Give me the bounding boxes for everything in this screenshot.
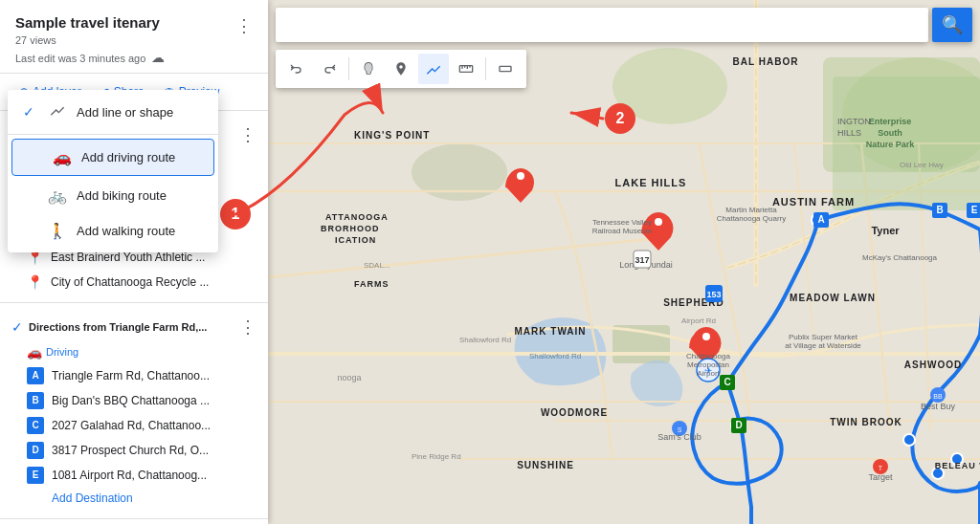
svg-text:nooga: nooga: [337, 373, 361, 382]
svg-text:at Village at Waterside: at Village at Waterside: [785, 341, 861, 350]
svg-text:153: 153: [706, 290, 721, 299]
section-random-places-menu[interactable]: ⋮: [235, 122, 260, 147]
svg-point-23: [903, 434, 915, 446]
svg-text:Shallowford Rd: Shallowford Rd: [529, 352, 581, 360]
svg-text:TWIN BROOK: TWIN BROOK: [830, 417, 902, 427]
svg-text:INGTON: INGTON: [837, 117, 871, 126]
svg-point-90: [517, 172, 524, 180]
stop-name: Big Dan's BBQ Chattanooga ...: [52, 394, 210, 407]
dropdown-item-biking[interactable]: 🚲 Add biking route: [8, 178, 218, 213]
section-directions: ✓ Directions from Triangle Farm Rd,... ⋮…: [0, 303, 268, 519]
stop-name: 2027 Galahad Rd, Chattanoo...: [52, 419, 211, 432]
svg-text:BRORHOOD: BRORHOOD: [321, 224, 380, 233]
toolbar-divider: [348, 57, 349, 80]
annotation-circle-1: 1: [220, 199, 251, 229]
dropdown-item-driving[interactable]: 🚗 Add driving route: [11, 139, 214, 176]
sidebar-views: 27 views: [15, 34, 165, 46]
hand-tool-button[interactable]: [353, 54, 384, 84]
stop-name: 1081 Airport Rd, Chattanoog...: [52, 469, 207, 482]
svg-text:BB: BB: [933, 393, 943, 400]
svg-text:Target: Target: [868, 472, 893, 482]
stop-badge-a: A: [27, 367, 44, 384]
svg-text:Sam's Club: Sam's Club: [657, 432, 702, 442]
check-icon: ✓: [23, 104, 38, 120]
svg-text:D: D: [735, 420, 742, 430]
svg-text:Nature Park: Nature Park: [866, 140, 916, 149]
section-title-row-dirs: ✓ Directions from Triangle Farm Rd,...: [11, 319, 207, 335]
svg-text:FARMS: FARMS: [354, 279, 390, 289]
stop-badge-c: C: [27, 417, 44, 434]
svg-text:Tyner: Tyner: [871, 225, 900, 236]
direction-mode: 🚗 Driving: [0, 343, 268, 363]
sidebar-last-edit: Last edit was 3 minutes ago: [15, 53, 145, 64]
path-tool-button[interactable]: [418, 54, 449, 84]
toolbar-divider-2: [485, 57, 486, 80]
sidebar-header: Sample travel itenary 27 views Last edit…: [0, 0, 268, 74]
dropdown-item-walking[interactable]: 🚶 Add walking route: [8, 213, 218, 249]
list-item[interactable]: C 2027 Galahad Rd, Chattanoo...: [0, 413, 268, 438]
svg-text:Metropolitan: Metropolitan: [687, 360, 729, 369]
svg-text:Airport: Airport: [697, 369, 720, 378]
sidebar-title-group: Sample travel itenary 27 views Last edit…: [15, 13, 165, 65]
svg-text:ICATION: ICATION: [335, 235, 376, 245]
svg-rect-96: [500, 66, 511, 71]
search-button[interactable]: 🔍: [932, 8, 972, 42]
stop-badge-d: D: [27, 442, 44, 459]
dropdown-line-label: Add line or shape: [77, 105, 173, 120]
svg-text:LAKE HILLS: LAKE HILLS: [615, 177, 687, 188]
svg-text:C: C: [724, 377, 730, 387]
svg-text:BAL HABOR: BAL HABOR: [733, 56, 799, 67]
map-toolbar: [276, 50, 526, 88]
pin-tool-button[interactable]: [386, 54, 416, 84]
section-museums: ✓ Museums ⋮ ⧫ Individual styles: [0, 519, 268, 525]
search-input[interactable]: [276, 8, 928, 42]
sidebar: Sample travel itenary 27 views Last edit…: [0, 0, 268, 524]
list-item[interactable]: B Big Dan's BBQ Chattanooga ...: [0, 388, 268, 413]
dropdown-divider: [8, 134, 218, 135]
dropdown-driving-label: Add driving route: [81, 150, 175, 164]
list-item[interactable]: E 1081 Airport Rd, Chattanoog...: [0, 463, 268, 488]
place-pin-icon: 📍: [27, 274, 43, 290]
add-destination-link[interactable]: Add Destination: [0, 488, 268, 511]
cloud-icon: ☁: [151, 50, 165, 65]
svg-text:Chattanooga: Chattanooga: [686, 352, 730, 360]
ruler-tool-button[interactable]: [451, 54, 481, 84]
svg-text:B: B: [936, 205, 943, 215]
car-icon: 🚗: [53, 148, 72, 166]
sidebar-title: Sample travel itenary: [15, 13, 165, 33]
section-directions-header: ✓ Directions from Triangle Farm Rd,... ⋮: [0, 311, 268, 343]
svg-text:WOODMORE: WOODMORE: [541, 407, 608, 418]
bike-icon: 🚲: [48, 186, 67, 205]
svg-text:Best Buy: Best Buy: [921, 402, 956, 411]
section-directions-title: Directions from Triangle Farm Rd,...: [29, 321, 207, 333]
driving-label: Driving: [46, 346, 78, 358]
svg-text:MARK TWAIN: MARK TWAIN: [515, 326, 587, 337]
svg-text:ATTANOOGA: ATTANOOGA: [325, 212, 389, 222]
svg-text:Pine Ridge Rd: Pine Ridge Rd: [412, 452, 461, 461]
dropdown-walking-label: Add walking route: [77, 224, 175, 238]
svg-text:SDAL...: SDAL...: [364, 261, 390, 270]
svg-text:South: South: [878, 128, 902, 138]
stop-badge-b: B: [27, 392, 44, 409]
shape-tool-button[interactable]: [490, 54, 521, 84]
svg-point-26: [655, 218, 662, 226]
svg-text:Chattanooga Quarry: Chattanooga Quarry: [717, 214, 787, 223]
walking-icon: 🚶: [48, 222, 67, 240]
section-directions-menu[interactable]: ⋮: [235, 315, 260, 339]
redo-button[interactable]: [314, 54, 345, 84]
list-item[interactable]: A Triangle Farm Rd, Chattanoo...: [0, 363, 268, 388]
list-item[interactable]: D 3817 Prospect Church Rd, O...: [0, 438, 268, 463]
dropdown-biking-label: Add biking route: [77, 188, 167, 203]
svg-text:Shallowford Rd: Shallowford Rd: [459, 336, 511, 344]
sidebar-menu-button[interactable]: ⋮: [232, 13, 256, 38]
svg-text:Martin Marietta: Martin Marietta: [725, 206, 777, 214]
place-name: City of Chattanooga Recycle ...: [51, 275, 209, 289]
svg-text:Enterprise: Enterprise: [869, 117, 912, 126]
svg-point-27: [702, 333, 710, 340]
svg-text:Old Lee Hwy: Old Lee Hwy: [900, 161, 944, 169]
svg-text:AUSTIN FARM: AUSTIN FARM: [772, 196, 855, 207]
line-icon: [48, 102, 67, 121]
list-item[interactable]: 📍 City of Chattanooga Recycle ...: [0, 270, 268, 295]
dropdown-item-line[interactable]: ✓ Add line or shape: [8, 94, 218, 130]
undo-button[interactable]: [281, 54, 312, 84]
